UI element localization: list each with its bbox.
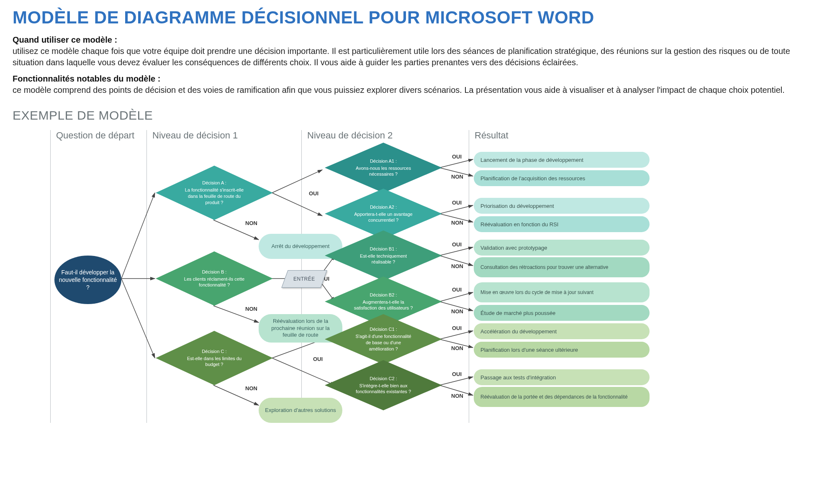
result-b2-yes: Mise en œuvre lors du cycle de mise à jo… [474,282,650,302]
decision-c1: Décision C1 :S'agit-il d'une fonctionnal… [325,314,442,364]
result-c1-yes: Accélération du développement [474,323,650,339]
svg-line-23 [439,377,473,385]
label-no-b2: NON [451,308,463,315]
label-yes-a2: OUI [452,200,462,206]
features-body: ce modèle comprend des points de décisio… [13,84,808,96]
label-yes-c2: OUI [452,371,462,377]
result-c1-no: Planification lors d'une séance ultérieu… [474,342,650,358]
label-no-c: NON [245,385,257,391]
result-c2-no: Réévaluation de la portée et des dépenda… [474,387,650,407]
svg-line-4 [272,170,322,193]
svg-line-2 [121,279,155,358]
when-body: utilisez ce modèle chaque fois que votre… [13,46,808,68]
features-label: Fonctionnalités notables du modèle : [13,74,814,84]
result-b2-no: Étude de marché plus poussée [474,305,650,321]
label-no-b1: NON [451,263,463,269]
decision-a: Décision A :La fonctionnalité s'inscrit-… [156,166,273,220]
example-section-title: EXEMPLE DE MODÈLE [13,108,814,123]
label-yes-b1: OUI [452,241,462,248]
label-no-c1: NON [451,345,463,351]
label-no-a2: NON [451,220,463,226]
label-yes-a: OUI [309,190,318,197]
label-no-b: NON [245,306,257,312]
label-yes-b2: OUI [452,287,462,293]
label-no-c2: NON [451,393,463,399]
svg-line-19 [439,292,473,302]
decision-b1: Décision B1 :Est-elle techniquement réal… [325,230,442,281]
entry-node: ENTRÉE [281,270,327,288]
svg-line-13 [439,159,473,168]
result-b1-yes: Validation avec prototypage [474,240,650,256]
svg-line-0 [121,193,155,279]
result-a2-yes: Priorisation du développement [474,198,650,214]
decision-c2: Décision C2 :S'intègre-t-elle bien aux f… [325,360,442,410]
entry-label: ENTRÉE [293,276,315,282]
page-title: MODÈLE DE DIAGRAMME DÉCISIONNEL POUR MIC… [13,8,814,28]
decision-c: Décision C :Est-elle dans les limites du… [156,331,273,385]
label-yes-c1: OUI [452,325,462,331]
decision-b: Décision B :Les clients réclament-ils ce… [156,251,273,306]
label-no-a1: NON [451,174,463,180]
result-a1-yes: Lancement de la phase de développement [474,152,650,168]
result-b1-no: Consultation des rétroactions pour trouv… [474,257,650,277]
result-c2-yes: Passage aux tests d'intégration [474,369,650,385]
svg-line-17 [439,247,473,256]
start-question-text: Faut-il développer la nouvelle fonctionn… [57,269,119,292]
decision-a1: Décision A1 :Avons-nous les ressources n… [325,143,442,193]
decision-diagram: Question de départ Niveau de décision 1 … [50,130,814,431]
result-a1-no: Planification de l'acquisition des resso… [474,170,650,186]
label-no-a: NON [245,220,257,226]
label-yes-a1: OUI [452,154,462,160]
start-question: Faut-il développer la nouvelle fonctionn… [54,256,121,304]
result-a2-no: Réévaluation en fonction du RSI [474,216,650,232]
svg-line-15 [439,205,473,214]
when-label: Quand utiliser ce modèle : [13,35,814,45]
svg-line-21 [439,331,473,339]
label-yes-c: OUI [313,356,323,362]
